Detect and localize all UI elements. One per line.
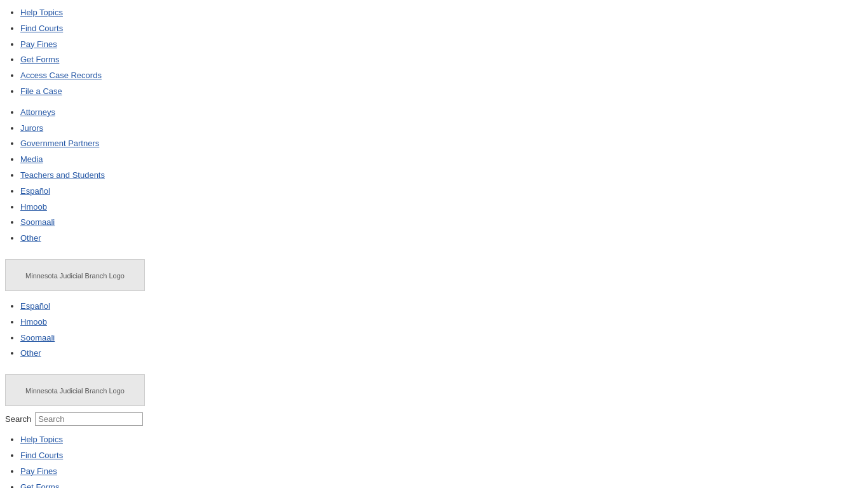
primary-nav-item: Find Courts bbox=[20, 21, 860, 36]
primary-nav-list-main: Help Topics Find Courts Pay Fines Get Fo… bbox=[8, 432, 860, 488]
get-forms-link-top[interactable]: Get Forms bbox=[20, 55, 59, 64]
language-nav-1: Español Hmoob Soomaali Other bbox=[0, 294, 868, 372]
media-link-top[interactable]: Media bbox=[20, 154, 43, 164]
help-topics-link-main[interactable]: Help Topics bbox=[20, 435, 63, 444]
primary-nav-item: Help Topics bbox=[20, 5, 860, 20]
language-item: Español bbox=[20, 299, 860, 313]
pay-fines-link-top[interactable]: Pay Fines bbox=[20, 39, 57, 49]
logo-link-1[interactable]: Minnesota Judicial Branch Logo bbox=[5, 271, 145, 280]
access-case-records-link-top[interactable]: Access Case Records bbox=[20, 71, 102, 80]
get-forms-link-main[interactable]: Get Forms bbox=[20, 482, 59, 488]
primary-nav-item: Help Topics bbox=[20, 432, 860, 447]
teachers-students-link-top[interactable]: Teachers and Students bbox=[20, 170, 105, 180]
logo-image-1: Minnesota Judicial Branch Logo bbox=[5, 259, 145, 291]
espanol-link-1[interactable]: Español bbox=[20, 301, 50, 311]
top-navigation: Help Topics Find Courts Pay Fines Get Fo… bbox=[0, 0, 868, 257]
audience-nav-item: Teachers and Students bbox=[20, 168, 860, 182]
audience-nav-item: Government Partners bbox=[20, 136, 860, 151]
find-courts-link-top[interactable]: Find Courts bbox=[20, 24, 63, 33]
language-item: Soomaali bbox=[20, 330, 860, 345]
primary-nav-item: Access Case Records bbox=[20, 68, 860, 83]
logo-link-2[interactable]: Minnesota Judicial Branch Logo bbox=[5, 386, 145, 395]
hmoob-link-1[interactable]: Hmoob bbox=[20, 317, 47, 327]
logo-area-2: Minnesota Judicial Branch Logo bbox=[0, 372, 868, 409]
other-link-1[interactable]: Other bbox=[20, 348, 41, 358]
audience-nav-item: Attorneys bbox=[20, 105, 860, 119]
logo-image-2: Minnesota Judicial Branch Logo bbox=[5, 374, 145, 406]
find-courts-link-main[interactable]: Find Courts bbox=[20, 451, 63, 460]
primary-nav-item: Find Courts bbox=[20, 448, 860, 463]
soomaali-link-1[interactable]: Soomaali bbox=[20, 333, 55, 342]
audience-nav-item: Jurors bbox=[20, 121, 860, 135]
language-item: Hmoob bbox=[20, 315, 860, 329]
primary-nav-list-top: Help Topics Find Courts Pay Fines Get Fo… bbox=[8, 5, 860, 98]
primary-nav-item: Pay Fines bbox=[20, 464, 860, 478]
audience-nav-item: Soomaali bbox=[20, 215, 860, 229]
attorneys-link-top[interactable]: Attorneys bbox=[20, 107, 55, 117]
search-row: Search bbox=[0, 409, 868, 430]
help-topics-link-top[interactable]: Help Topics bbox=[20, 8, 63, 17]
other-link-top[interactable]: Other bbox=[20, 233, 41, 243]
hmoob-link-top[interactable]: Hmoob bbox=[20, 202, 47, 212]
pay-fines-link-main[interactable]: Pay Fines bbox=[20, 466, 57, 476]
audience-nav-item: Media bbox=[20, 152, 860, 166]
logo-area-1: Minnesota Judicial Branch Logo bbox=[0, 257, 868, 294]
main-navigation: Help Topics Find Courts Pay Fines Get Fo… bbox=[0, 430, 868, 488]
audience-nav-item: Español bbox=[20, 184, 860, 198]
search-label: Search bbox=[5, 414, 31, 424]
primary-nav-item: Get Forms bbox=[20, 52, 860, 67]
audience-nav-item: Hmoob bbox=[20, 200, 860, 214]
audience-nav-item: Other bbox=[20, 231, 860, 245]
language-item: Other bbox=[20, 346, 860, 360]
government-partners-link-top[interactable]: Government Partners bbox=[20, 139, 99, 148]
jurors-link-top[interactable]: Jurors bbox=[20, 123, 43, 133]
audience-nav-list-top: Attorneys Jurors Government Partners Med… bbox=[8, 105, 860, 245]
file-a-case-link-top[interactable]: File a Case bbox=[20, 86, 62, 96]
primary-nav-item: Get Forms bbox=[20, 480, 860, 488]
soomaali-link-top[interactable]: Soomaali bbox=[20, 217, 55, 227]
language-list-1: Español Hmoob Soomaali Other bbox=[8, 299, 860, 360]
primary-nav-item: File a Case bbox=[20, 84, 860, 98]
primary-nav-item: Pay Fines bbox=[20, 37, 860, 51]
search-input[interactable] bbox=[35, 412, 143, 426]
espanol-link-top[interactable]: Español bbox=[20, 186, 50, 196]
